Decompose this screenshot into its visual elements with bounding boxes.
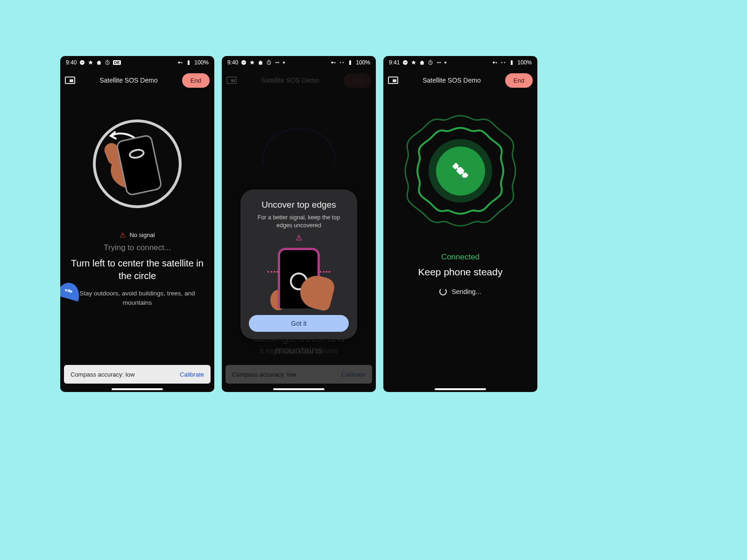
svg-rect-19 [335, 63, 335, 64]
end-button[interactable]: End [505, 73, 533, 88]
svg-rect-7 [188, 60, 189, 61]
app-title: Satellite SOS Demo [79, 77, 178, 84]
battery-percent: 100% [356, 59, 370, 66]
connected-rings-graphic [402, 112, 519, 229]
satellite-status-icon [339, 60, 345, 65]
app-title: Satellite SOS Demo [240, 77, 340, 84]
svg-rect-34 [504, 62, 506, 63]
more-notifications-dot-icon [444, 62, 446, 63]
screen2-content: Stay outdoors, avoid buildings, trees, a… [222, 91, 376, 392]
no-signal-label: No signal [129, 231, 155, 238]
screen1-content: ⚠ No signal Trying to connect... Turn le… [60, 91, 214, 392]
home-icon [258, 60, 263, 65]
vpn-key-icon [331, 60, 336, 65]
home-indicator[interactable] [435, 388, 486, 390]
connected-status: Connected [441, 252, 479, 262]
svg-rect-23 [350, 60, 351, 61]
dnd-icon [241, 60, 247, 65]
home-indicator[interactable] [273, 388, 324, 390]
vpn-key-icon [177, 60, 183, 65]
phone-screen-1: 9:40 DE 100% Satellite SOS Demo End [60, 56, 214, 392]
clock: 9:40 [66, 59, 77, 66]
battery-icon [186, 60, 191, 65]
svg-rect-14 [275, 62, 277, 63]
app-bar: Satellite SOS Demo End [60, 69, 214, 91]
svg-rect-28 [440, 62, 441, 63]
dialog-title: Uncover top edges [261, 200, 336, 210]
svg-rect-33 [501, 62, 503, 63]
compass-label: Compass accuracy: low [70, 371, 134, 378]
pip-icon[interactable] [388, 77, 398, 84]
svg-rect-25 [404, 63, 407, 63]
svg-rect-15 [278, 62, 280, 63]
svg-rect-5 [182, 63, 182, 64]
calibrate-button[interactable]: Calibrate [180, 371, 204, 378]
svg-rect-27 [437, 62, 438, 63]
warning-triangle-icon: ⚠ [120, 231, 126, 238]
svg-rect-12 [243, 63, 245, 63]
app-bar: Satellite SOS Demo End [222, 69, 376, 91]
svg-rect-36 [511, 60, 512, 61]
dialog-body: For a better signal, keep the top edges … [249, 214, 349, 230]
svg-rect-21 [343, 62, 344, 63]
location-icon [249, 60, 255, 65]
satellite-core-icon [436, 147, 485, 196]
instruction-title: Turn left to center the satellite in the… [66, 257, 209, 282]
home-indicator[interactable] [112, 388, 163, 390]
svg-rect-1 [81, 63, 84, 63]
svg-rect-32 [496, 63, 497, 64]
wavy-ring-bg-icon [254, 119, 343, 175]
bg-instruction-sub: It might take a few minutes [222, 347, 376, 355]
compass-label: Compass accuracy: low [232, 371, 296, 378]
status-bar: 9:40 100% [222, 56, 376, 69]
home-icon [96, 60, 102, 65]
spinner-icon [439, 288, 447, 295]
phone-in-hand-graphic [111, 133, 164, 196]
svg-rect-22 [349, 61, 351, 65]
timer-icon [428, 60, 433, 65]
got-it-button[interactable]: Got it [249, 315, 349, 332]
svg-point-30 [493, 62, 495, 63]
connecting-status: Trying to connect... [104, 243, 171, 252]
phone-screen-2: 9:40 100% Satellite SOS Demo End [222, 56, 376, 392]
satellite-status-icon [500, 60, 506, 65]
target-circle [93, 119, 182, 208]
dnd-icon [79, 60, 85, 65]
instruction-hint: Stay outdoors, avoid buildings, trees, a… [66, 289, 209, 307]
end-button: End [344, 73, 371, 88]
pip-icon[interactable] [65, 77, 75, 84]
battery-percent: 100% [194, 59, 209, 66]
sending-label: Sending... [451, 288, 481, 295]
svg-rect-31 [494, 63, 497, 63]
svg-rect-16 [277, 62, 278, 63]
svg-rect-4 [180, 63, 183, 63]
no-signal-row: ⚠ No signal [120, 231, 155, 238]
end-button[interactable]: End [182, 73, 210, 88]
battery-icon [347, 60, 353, 65]
timer-icon [105, 60, 110, 65]
badge-icon: DE [113, 60, 121, 65]
svg-rect-29 [438, 62, 440, 63]
home-icon [419, 60, 425, 65]
location-icon [88, 60, 93, 65]
battery-icon [509, 60, 514, 65]
app-title: Satellite SOS Demo [402, 77, 501, 84]
app-bar: Satellite SOS Demo End [383, 69, 537, 91]
uncover-edges-graphic [264, 243, 334, 308]
more-notifications-dot-icon [283, 62, 285, 63]
timer-icon [266, 60, 272, 65]
compass-accuracy-bar: Compass accuracy: low Calibrate [64, 365, 211, 384]
phone-screen-3: 9:41 100% Satellite SOS Demo End [383, 56, 537, 392]
calibrate-button: Calibrate [341, 371, 366, 378]
svg-point-17 [331, 62, 333, 63]
warning-triangle-icon: ⚠ [296, 233, 302, 242]
satellite-icon [436, 60, 442, 65]
pip-icon [226, 77, 237, 84]
sending-row: Sending... [439, 288, 481, 295]
vpn-key-icon [492, 60, 498, 65]
status-bar: 9:41 100% [383, 56, 537, 69]
svg-point-3 [178, 62, 180, 63]
svg-rect-20 [340, 62, 341, 63]
compass-accuracy-bar: Compass accuracy: low Calibrate [226, 365, 372, 384]
uncover-edges-dialog: Uncover top edges For a better signal, k… [240, 189, 357, 339]
